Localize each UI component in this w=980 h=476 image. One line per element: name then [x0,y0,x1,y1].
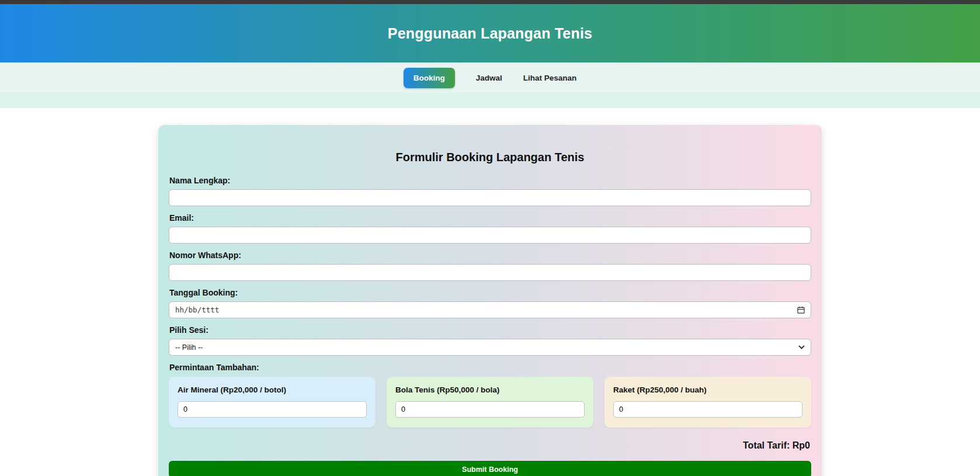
extra-card-bola-tenis: Bola Tenis (Rp50,000 / bola) [387,377,593,428]
chevron-down-icon [798,345,805,349]
form-title: Formulir Booking Lapangan Tenis [169,151,811,164]
date-placeholder: hh/bb/tttt [175,305,219,314]
extra-raket-label: Raket (Rp250,000 / buah) [613,385,802,394]
extra-card-raket: Raket (Rp250,000 / buah) [604,377,811,428]
extra-air-mineral-qty-input[interactable] [178,401,367,418]
booking-date-input[interactable]: hh/bb/tttt [169,301,811,318]
app-header: Penggunaan Lapangan Tenis [0,4,980,62]
extras-label: Permintaan Tambahan: [169,363,811,372]
extra-air-mineral-label: Air Mineral (Rp20,000 / botol) [178,385,367,394]
total-tarif-text: Total Tarif: Rp0 [170,440,810,451]
whatsapp-input[interactable] [169,264,811,281]
window-top-bar [0,0,980,4]
extra-bola-tenis-label: Bola Tenis (Rp50,000 / bola) [395,385,585,394]
extra-raket-qty-input[interactable] [613,401,802,418]
nav-tab-jadwal[interactable]: Jadwal [476,74,502,82]
extra-card-air-mineral: Air Mineral (Rp20,000 / botol) [169,377,376,428]
submit-booking-button[interactable]: Submit Booking [169,461,811,476]
email-input[interactable] [169,227,811,244]
main-content: Formulir Booking Lapangan Tenis Nama Len… [0,108,980,476]
main-nav: Booking Jadwal Lihat Pesanan [0,62,980,93]
session-selected-value: -- Pilih -- [175,343,203,352]
page-title: Penggunaan Lapangan Tenis [388,25,592,42]
whatsapp-label: Nomor WhatsApp: [169,251,811,260]
session-select[interactable]: -- Pilih -- [169,339,811,356]
nav-tab-booking[interactable]: Booking [404,68,455,88]
calendar-icon[interactable] [797,306,805,314]
name-input[interactable] [169,189,811,206]
extras-row: Air Mineral (Rp20,000 / botol) Bola Teni… [169,377,811,428]
booking-form-card: Formulir Booking Lapangan Tenis Nama Len… [158,125,822,476]
session-label: Pilih Sesi: [169,325,811,335]
nav-tab-lihat-pesanan[interactable]: Lihat Pesanan [523,74,577,82]
name-label: Nama Lengkap: [169,176,811,185]
email-label: Email: [169,213,811,223]
extra-bola-tenis-qty-input[interactable] [395,401,585,418]
sub-header-band [0,93,980,108]
booking-date-label: Tanggal Booking: [169,288,811,297]
